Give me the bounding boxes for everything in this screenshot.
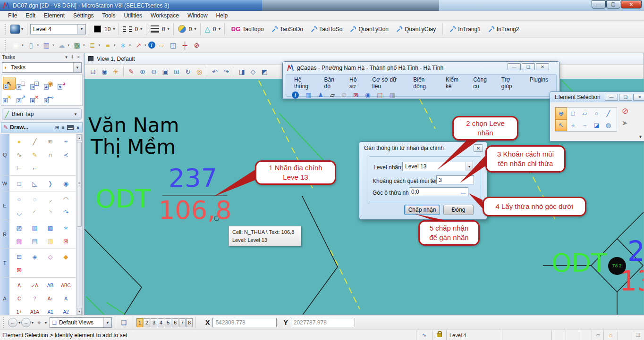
primary-tool-icon[interactable]: ▥: [41, 40, 52, 51]
panel-layout-icon[interactable]: ▬: [67, 125, 74, 130]
toolbar-grip[interactable]: [3, 317, 5, 328]
tool-icon[interactable]: ⊢: [11, 161, 27, 174]
restore-button[interactable]: ❏: [522, 63, 535, 70]
chevron-down-icon[interactable]: ▾: [18, 321, 20, 325]
tool-icon[interactable]: AB: [42, 279, 58, 292]
task-tool[interactable]: □2: [17, 77, 29, 90]
restore-button[interactable]: ❏: [619, 94, 632, 101]
close-button[interactable]: ✕: [621, 0, 642, 8]
chevron-down-icon[interactable]: ▾: [466, 162, 473, 171]
view-toggle-button[interactable]: 8: [186, 318, 193, 327]
menu-item[interactable]: Workspace: [146, 11, 183, 20]
tool-icon[interactable]: A: [58, 292, 74, 305]
gcadas-menu-item[interactable]: Công cụ: [469, 75, 497, 91]
chevron-down-icon[interactable]: ▾: [219, 27, 220, 31]
tool-icon[interactable]: ⌐: [27, 161, 42, 174]
gcadas-command-button[interactable]: TaoSoDo: [268, 25, 307, 34]
view-next-button[interactable]: →: [21, 318, 31, 327]
primary-tool-icon[interactable]: ▱: [156, 40, 167, 51]
view-tool-icon[interactable]: ◉: [99, 66, 110, 77]
chevron-down-icon[interactable]: ▾: [194, 27, 196, 31]
tool-icon[interactable]: ◞: [42, 192, 58, 206]
tool-icon[interactable]: ∿: [11, 148, 27, 161]
chevron-down-icon[interactable]: ▼: [103, 318, 111, 327]
tool-icon[interactable]: ○: [11, 192, 27, 206]
tool-icon[interactable]: +: [58, 135, 74, 148]
tool-icon[interactable]: ?: [27, 292, 42, 305]
view-tool-icon[interactable]: ⊞: [171, 66, 182, 77]
selection-method-tool[interactable]: ▱: [579, 108, 591, 119]
tool-icon[interactable]: ▤: [27, 234, 42, 248]
view-tool-icon[interactable]: ◇: [247, 66, 259, 77]
view-toggle-button[interactable]: 6: [172, 318, 178, 327]
view-toggle-button[interactable]: 5: [165, 318, 171, 327]
chevron-down-icon[interactable]: ▾: [52, 43, 54, 47]
locks-cell[interactable]: [432, 330, 446, 340]
chevron-down-icon[interactable]: ▾: [45, 321, 47, 325]
users-icon[interactable]: ♟: [318, 91, 323, 99]
tool-icon[interactable]: ✎: [27, 148, 42, 161]
view-tool-icon[interactable]: ↶: [209, 66, 220, 77]
line-style-icon[interactable]: [123, 26, 132, 32]
scroll-up-icon[interactable]: ▲: [77, 134, 82, 141]
tool-icon[interactable]: A1: [42, 305, 58, 315]
task-tool[interactable]: ☀6: [3, 91, 16, 103]
view-tool-icon[interactable]: [207, 66, 207, 77]
layers-delete-icon[interactable]: ⊠: [353, 91, 358, 99]
view-tool-icon[interactable]: [234, 66, 234, 77]
tool-icon[interactable]: ◡: [11, 206, 27, 219]
view-toggle-button[interactable]: 2: [144, 318, 150, 327]
chevron-down-icon[interactable]: ▾: [114, 43, 116, 47]
view-tool-icon[interactable]: [123, 66, 124, 77]
tool-icon[interactable]: ◇: [42, 250, 58, 263]
tool-icon[interactable]: 1+: [11, 305, 27, 315]
chevron-down-icon[interactable]: ▾: [129, 43, 131, 47]
tool-icon[interactable]: ▦: [27, 221, 42, 234]
tool-icon[interactable]: ▨: [11, 221, 27, 234]
hide-icon[interactable]: ∅: [341, 91, 347, 99]
view-window-icon[interactable]: [88, 56, 93, 61]
gcadas-command-button[interactable]: QuanLyGiay: [392, 25, 440, 34]
gcadas-menu-item[interactable]: Plugins: [525, 75, 552, 91]
browse-button[interactable]: ...: [460, 189, 466, 195]
tool-icon[interactable]: ◜: [27, 206, 42, 219]
collapse-icon[interactable]: ▾: [63, 55, 69, 59]
primary-tool-icon[interactable]: ▯: [25, 40, 37, 51]
tool-icon[interactable]: ▩: [42, 221, 58, 234]
chevron-down-icon[interactable]: ▾: [21, 27, 23, 31]
tool-icon[interactable]: ∩: [42, 148, 58, 161]
tool-icon[interactable]: ●: [11, 135, 27, 148]
view-tool-icon[interactable]: ◎: [194, 66, 205, 77]
scroll-down-icon[interactable]: ▼: [77, 308, 82, 315]
collapse-icon[interactable]: ∧: [76, 125, 80, 130]
gcadas-menu-item[interactable]: Hệ thống: [290, 75, 320, 91]
primary-tool-icon[interactable]: ↗: [133, 40, 144, 51]
info-icon[interactable]: i: [292, 91, 299, 99]
selection-set-cell[interactable]: [502, 330, 551, 340]
menu-item[interactable]: Element: [40, 11, 69, 20]
minimize-button[interactable]: —: [605, 94, 618, 101]
chevron-down-icon[interactable]: ▾: [168, 27, 169, 31]
tool-icon[interactable]: ⊠: [11, 263, 27, 276]
selection-mode-tool[interactable]: +: [567, 119, 579, 131]
tool-icon[interactable]: ▥: [42, 234, 58, 248]
status-cell[interactable]: [551, 330, 566, 340]
gcadas-menu-item[interactable]: Kiểm kê: [441, 75, 469, 91]
gcadas-command-button[interactable]: TaoHoSo: [307, 25, 346, 34]
menu-item[interactable]: Window: [183, 11, 212, 20]
view-group-combo[interactable]: ❏ Default Views ▼: [50, 317, 112, 328]
level-select[interactable]: Level 13 ▾: [402, 162, 473, 171]
distance-input[interactable]: [436, 175, 474, 184]
chevron-down-icon[interactable]: ▼: [77, 25, 85, 34]
fence-cell[interactable]: ▱: [592, 330, 603, 340]
snap-mode-cell[interactable]: ∿: [416, 330, 432, 340]
minimize-button[interactable]: —: [592, 0, 606, 8]
tool-icon[interactable]: ↷: [58, 206, 74, 219]
close-icon[interactable]: ✕: [474, 144, 483, 152]
menu-item[interactable]: Help: [212, 11, 232, 20]
menu-item[interactable]: Edit: [21, 11, 40, 20]
gcadas-command-button[interactable]: QuanLyDon: [346, 25, 392, 34]
tool-icon[interactable]: A↑: [42, 292, 58, 305]
gcadas-print-button[interactable]: InTrang2: [484, 25, 523, 34]
view-tool-icon[interactable]: ☀: [110, 66, 121, 77]
